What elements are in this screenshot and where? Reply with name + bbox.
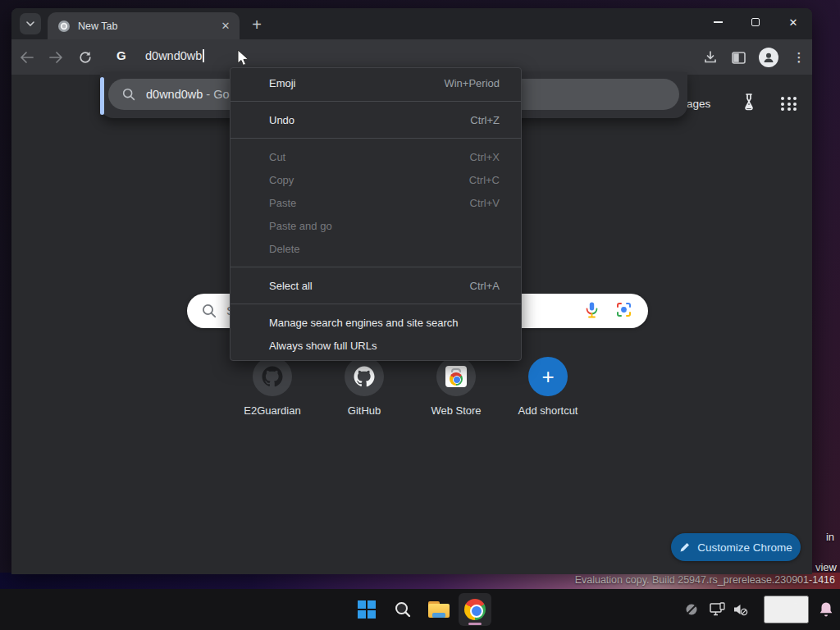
- menu-item-paste-and-go: Paste and go: [231, 214, 521, 237]
- back-button[interactable]: [15, 46, 38, 69]
- github-icon: [345, 357, 384, 396]
- google-apps-button[interactable]: [781, 97, 797, 111]
- menu-separator: [231, 101, 521, 102]
- tab-title: New Tab: [78, 21, 218, 32]
- shortcut-web-store[interactable]: Web Store: [410, 357, 502, 417]
- start-button[interactable]: [350, 593, 383, 626]
- taskbar-clock[interactable]: 9:39 PM 1/13/2024: [764, 596, 809, 623]
- menu-item-always-show-full-urls[interactable]: Always show full URLs: [231, 334, 521, 357]
- flask-icon: [738, 92, 760, 113]
- person-icon: [762, 51, 775, 64]
- menu-separator: [231, 138, 521, 139]
- file-explorer-button[interactable]: [422, 593, 455, 626]
- chromium-favicon: [57, 20, 71, 33]
- shortcut-label: Web Store: [410, 404, 502, 417]
- browser-window: New Tab ✕ + ✕ G: [11, 8, 812, 574]
- pencil-icon: [679, 541, 691, 553]
- customize-chrome-button[interactable]: Customize Chrome: [671, 533, 801, 561]
- network-status-button[interactable]: [679, 596, 704, 623]
- shortcut-label: E2Guardian: [226, 404, 318, 417]
- forward-arrow-icon: [49, 52, 63, 63]
- menu-item-manage-search-engines[interactable]: Manage search engines and site search: [231, 311, 521, 334]
- maximize-button[interactable]: [737, 8, 774, 36]
- tab-close-button[interactable]: ✕: [218, 19, 233, 34]
- chevron-down-icon: [26, 21, 34, 26]
- notifications-button[interactable]: [814, 596, 838, 623]
- active-app-indicator: [468, 623, 482, 625]
- download-icon: [704, 51, 717, 64]
- chrome-icon: [464, 599, 486, 620]
- back-arrow-icon: [20, 52, 34, 63]
- clock-date: 1/13/2024: [765, 609, 807, 622]
- search-icon: [202, 304, 217, 318]
- window-close-button[interactable]: ✕: [774, 8, 812, 36]
- folder-icon: [428, 601, 450, 618]
- shortcut-label: Add shortcut: [502, 404, 594, 417]
- side-panel-icon: [732, 52, 746, 64]
- speaker-muted-icon: [733, 602, 749, 617]
- menu-item-emoji[interactable]: EmojiWin+Period: [231, 71, 521, 94]
- maximize-icon: [751, 18, 760, 26]
- search-labs-button[interactable]: [738, 92, 760, 116]
- taskbar-search-button[interactable]: [386, 593, 419, 626]
- window-controls: ✕: [699, 8, 812, 39]
- google-g-icon: G: [116, 48, 126, 62]
- menu-separator: [231, 304, 521, 304]
- minimize-icon: [714, 21, 723, 23]
- web-store-icon: [436, 357, 476, 396]
- evaluation-watermark: Evaluation copy. Build 25947.rs_prerelea…: [575, 574, 835, 586]
- menu-item-copy: CopyCtrl+C: [231, 168, 521, 191]
- windows-logo-icon: [358, 600, 376, 619]
- tab-search-button[interactable]: [20, 13, 41, 34]
- menu-separator: [231, 267, 521, 267]
- menu-item-undo[interactable]: UndoCtrl+Z: [231, 108, 521, 131]
- chrome-menu-button[interactable]: ⋮: [788, 46, 810, 69]
- volume-button[interactable]: [728, 596, 753, 623]
- desktop: in view Evaluation copy. Build 25947.rs_…: [0, 0, 840, 630]
- customize-chrome-label: Customize Chrome: [697, 541, 792, 554]
- minimize-button[interactable]: [699, 8, 737, 36]
- clock-time: 9:39 PM: [765, 597, 807, 609]
- apps-grid-icon: [781, 97, 797, 111]
- taskbar: 9:39 PM 1/13/2024: [0, 589, 840, 630]
- text-caret: [203, 49, 204, 62]
- microphone-icon: [586, 302, 598, 318]
- desktop-watermark-fragment-1: in: [826, 531, 834, 543]
- search-icon: [394, 600, 412, 619]
- new-tab-button[interactable]: +: [246, 14, 267, 35]
- menu-item-select-all[interactable]: Select allCtrl+A: [231, 274, 521, 297]
- lens-icon: [616, 302, 632, 317]
- no-internet-icon: [684, 602, 699, 617]
- chrome-taskbar-button[interactable]: [459, 593, 491, 626]
- search-icon: [122, 88, 135, 101]
- menu-item-delete: Delete: [231, 237, 521, 260]
- voice-search-button[interactable]: [586, 302, 598, 321]
- desktop-watermark-fragment-2: view: [815, 561, 837, 573]
- reload-button[interactable]: [74, 46, 97, 69]
- tab-new-tab[interactable]: New Tab ✕: [48, 12, 240, 39]
- shortcut-e2guardian[interactable]: E2Guardian: [226, 357, 318, 417]
- address-bar-context-menu: EmojiWin+Period UndoCtrl+Z CutCtrl+X Cop…: [230, 67, 522, 361]
- downloads-button[interactable]: [699, 46, 722, 69]
- google-lens-button[interactable]: [616, 302, 632, 320]
- menu-item-cut: CutCtrl+X: [231, 145, 521, 168]
- suggestion-accent-bar: [100, 77, 104, 115]
- address-bar-text[interactable]: d0wnd0wb: [145, 49, 204, 62]
- shortcut-label: GitHub: [318, 404, 410, 417]
- typed-query: d0wnd0wb: [145, 49, 202, 62]
- suggestion-text: d0wnd0wb - Goo: [146, 88, 236, 101]
- menu-item-paste: PasteCtrl+V: [231, 191, 521, 214]
- profile-avatar-button[interactable]: [759, 48, 778, 67]
- bell-icon: [819, 601, 833, 618]
- side-panel-button[interactable]: [727, 46, 750, 69]
- monitor-device-icon: [710, 602, 726, 617]
- shortcut-github[interactable]: GitHub: [318, 357, 410, 417]
- plus-icon: +: [528, 357, 568, 396]
- e2guardian-icon: [253, 357, 292, 396]
- forward-button[interactable]: [44, 46, 67, 69]
- reload-icon: [79, 51, 92, 64]
- tab-strip: New Tab ✕ + ✕: [11, 8, 812, 39]
- devices-button[interactable]: [705, 596, 730, 623]
- add-shortcut-button[interactable]: + Add shortcut: [502, 357, 594, 417]
